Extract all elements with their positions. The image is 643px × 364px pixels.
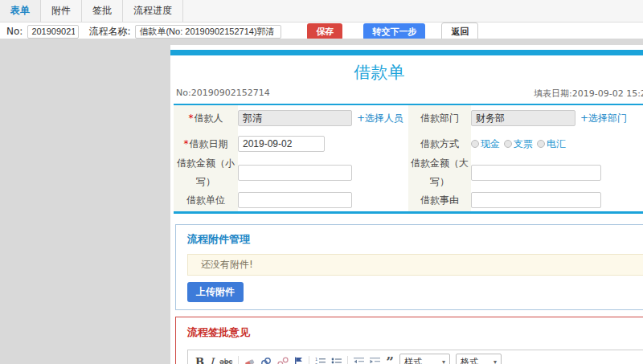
loan-date-cell (238, 131, 408, 157)
approval-section-title: 流程签批意见 (187, 325, 643, 340)
process-name-label: 流程名称: (88, 25, 130, 39)
borrower-input[interactable] (238, 110, 352, 126)
amount-big-label: 借款金额（大写） (408, 157, 471, 189)
amount-big-input[interactable] (471, 165, 601, 181)
radio-wire[interactable]: 电汇 (537, 137, 566, 151)
toolbar-separator (347, 356, 348, 364)
select-person-link[interactable]: +选择人员 (357, 112, 403, 125)
required-mark: * (189, 112, 194, 124)
approval-section: 流程签批意见 B I abc 12 ” (175, 317, 643, 364)
loan-date-input[interactable] (238, 136, 325, 152)
upload-attachment-button[interactable]: 上传附件 (187, 282, 244, 302)
tab-progress[interactable]: 流程进度 (123, 0, 183, 22)
chevron-down-icon: ▾ (442, 358, 445, 364)
borrower-label: *借款人 (174, 105, 238, 131)
radio-icon (471, 140, 479, 148)
action-toolbar: No: 流程名称: 保存 转交下一步 返回 (0, 22, 643, 39)
strikethrough-icon[interactable]: abc (219, 358, 232, 364)
bullet-list-icon[interactable] (331, 357, 342, 364)
svg-text:1: 1 (315, 357, 317, 362)
attachments-section-title: 流程附件管理 (187, 232, 643, 247)
next-step-button[interactable]: 转交下一步 (363, 23, 425, 40)
no-input[interactable] (27, 25, 79, 39)
select-dept-link[interactable]: +选择部门 (580, 112, 627, 125)
form-card: 借款单 No:20190902152714 填表日期:2019-09-02 15… (170, 45, 643, 364)
amount-small-cell (238, 157, 408, 189)
amount-small-label: 借款金额（小写） (174, 157, 238, 189)
page-background: 借款单 No:20190902152714 填表日期:2019-09-02 15… (0, 39, 643, 364)
tab-attachments[interactable]: 附件 (41, 0, 82, 22)
process-name-input[interactable] (135, 25, 281, 39)
borrower-cell: +选择人员 (238, 105, 408, 131)
unit-label: 借款单位 (174, 189, 238, 211)
amount-big-cell (471, 157, 643, 189)
numbered-list-icon[interactable]: 12 (315, 357, 326, 364)
blockquote-icon[interactable]: ” (386, 355, 394, 364)
save-button[interactable]: 保存 (307, 23, 342, 40)
amount-small-input[interactable] (238, 165, 352, 181)
form-number: No:20190902152714 (176, 88, 270, 98)
reason-cell (471, 189, 643, 211)
form-fill-date: 填表日期:2019-09-02 15:27:1 (534, 88, 643, 100)
toolbar-separator (238, 356, 239, 364)
radio-icon (537, 140, 545, 148)
loan-date-label: *借款日期 (174, 131, 238, 157)
toolbar-separator (309, 356, 309, 364)
form-meta-row: No:20190902152714 填表日期:2019-09-02 15:27:… (170, 86, 643, 100)
unit-cell (238, 189, 408, 211)
radio-cheque[interactable]: 支票 (504, 137, 533, 151)
dept-cell: +选择部门 (471, 105, 643, 131)
chevron-down-icon: ▾ (494, 358, 497, 364)
page-title: 借款单 (170, 55, 588, 86)
bold-icon[interactable]: B (195, 357, 204, 364)
dept-input[interactable] (471, 110, 575, 126)
required-mark: * (184, 138, 189, 149)
format-dropdown[interactable]: 格式▾ (456, 354, 502, 364)
loan-method-cell: 现金 支票 电汇 (471, 131, 643, 157)
unit-input[interactable] (238, 192, 352, 208)
radio-cash[interactable]: 现金 (471, 137, 500, 151)
editor-toolbar: B I abc 12 ” 样式▾ 格式▾ (188, 350, 643, 364)
attachments-section: 流程附件管理 还没有附件! 上传附件 (175, 224, 643, 310)
tab-form[interactable]: 表单 (0, 0, 41, 22)
styles-dropdown[interactable]: 样式▾ (399, 354, 450, 364)
reason-label: 借款事由 (408, 189, 471, 211)
rich-text-editor: B I abc 12 ” 样式▾ 格式▾ (187, 350, 643, 364)
card-accent-bar (170, 50, 643, 55)
reason-input[interactable] (471, 192, 601, 208)
loan-method-label: 借款方式 (408, 131, 471, 157)
unlink-icon[interactable] (277, 357, 289, 364)
outdent-icon[interactable] (354, 357, 364, 364)
anchor-flag-icon[interactable] (294, 357, 303, 364)
loan-form-table: *借款人 +选择人员 借款部门 +选择部门 *借款日期 借款方式 现金 支票 电… (174, 104, 643, 214)
link-icon[interactable] (260, 357, 272, 364)
tab-approval[interactable]: 签批 (82, 0, 123, 22)
top-tab-bar: 表单 附件 签批 流程进度 (0, 0, 643, 22)
remove-format-icon[interactable] (244, 357, 255, 364)
dept-label: 借款部门 (408, 105, 471, 131)
indent-icon[interactable] (370, 357, 380, 364)
loan-method-radios: 现金 支票 电汇 (471, 137, 566, 151)
no-attachment-message: 还没有附件! (187, 254, 643, 276)
radio-icon (504, 140, 512, 148)
italic-icon[interactable]: I (210, 357, 214, 364)
no-label: No: (6, 26, 23, 37)
